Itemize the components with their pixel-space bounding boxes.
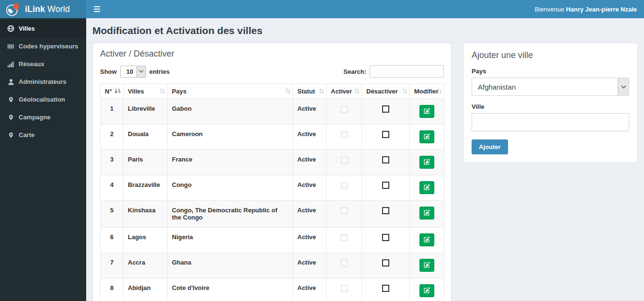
search-label: Search: — [343, 68, 366, 75]
cell-num: 8 — [101, 278, 124, 301]
cell-ville: Douala — [124, 125, 168, 150]
desactiver-checkbox[interactable] — [382, 285, 389, 292]
cell-num: 1 — [101, 99, 124, 125]
sidebar-item-villes[interactable]: Villes — [0, 20, 86, 37]
sidebar-item-carte[interactable]: Carte — [0, 126, 86, 144]
map-marker-icon — [7, 131, 14, 139]
cell-statut: Active — [293, 201, 327, 228]
sidebar-item-reseaux[interactable]: Réseaux — [0, 55, 86, 73]
brand-title: iLink World — [25, 4, 70, 14]
cell-num: 4 — [101, 175, 124, 201]
activer-checkbox[interactable] — [341, 106, 348, 113]
edit-row-button[interactable] — [419, 156, 434, 169]
cell-num: 6 — [101, 228, 124, 253]
ville-input[interactable] — [472, 113, 629, 131]
sort-icon — [437, 88, 442, 94]
activer-checkbox[interactable] — [341, 208, 348, 214]
edit-icon — [424, 209, 430, 217]
pays-select[interactable]: Afghanistan — [472, 78, 629, 96]
edit-row-button[interactable] — [419, 233, 434, 246]
cell-pays: Gabon — [168, 99, 293, 125]
table-row: 3ParisFranceActive — [101, 150, 444, 175]
edit-icon — [424, 287, 430, 295]
map-marker-icon — [7, 96, 14, 103]
edit-row-button[interactable] — [419, 181, 434, 194]
edit-icon — [424, 133, 430, 141]
cell-pays: Congo — [168, 175, 293, 201]
page-title: Modification et Activation des villes — [92, 25, 637, 36]
column-header-desactiver[interactable]: Désactiver — [362, 84, 410, 99]
sort-icon — [402, 88, 407, 94]
sidebar-item-administrateurs[interactable]: Administrateurs — [0, 73, 86, 91]
edit-icon — [424, 262, 430, 269]
cell-num: 3 — [101, 150, 124, 175]
sidebar-item-geolocalisation[interactable]: Géolocalisation — [0, 91, 86, 108]
search-control: Search: — [343, 65, 444, 78]
cell-statut: Active — [293, 228, 327, 253]
sort-icon — [285, 88, 291, 94]
desactiver-checkbox[interactable] — [382, 131, 389, 138]
cell-statut: Active — [293, 99, 327, 125]
cell-ville: Accra — [124, 253, 168, 278]
sidebar-toggle-button[interactable] — [86, 0, 108, 18]
search-input[interactable] — [370, 65, 444, 78]
activer-checkbox[interactable] — [341, 131, 348, 138]
column-header-num[interactable]: N° — [101, 84, 124, 99]
cell-num: 2 — [101, 125, 124, 150]
edit-row-button[interactable] — [419, 284, 434, 297]
desactiver-checkbox[interactable] — [382, 156, 389, 163]
desactiver-checkbox[interactable] — [382, 259, 389, 266]
cell-pays: Cote d'Ivoire — [168, 278, 293, 301]
add-panel-title: Ajouter une ville — [472, 50, 629, 60]
column-header-modifier[interactable]: Modifier — [410, 84, 444, 99]
ajouter-button[interactable]: Ajouter — [472, 139, 508, 154]
edit-row-button[interactable] — [419, 207, 434, 220]
cell-num: 5 — [101, 201, 124, 228]
cell-ville: Paris — [124, 150, 168, 175]
desactiver-checkbox[interactable] — [382, 207, 389, 214]
edit-row-button[interactable] — [419, 130, 434, 143]
villes-table: N°VillesPaysStatutActiverDésactiverModif… — [100, 83, 444, 301]
cell-statut: Active — [293, 278, 327, 301]
table-row: 1LibrevilleGabonActive — [101, 99, 444, 125]
sort-icon — [354, 88, 360, 94]
brand[interactable]: iLink World — [0, 0, 86, 18]
column-header-villes[interactable]: Villes — [124, 84, 168, 99]
ville-label: Ville — [472, 103, 629, 110]
table-row: 4BrazzavilleCongoActive — [101, 175, 444, 201]
cell-statut: Active — [293, 150, 327, 175]
activer-desactiver-panel: Activer / Désactiver Show 10 entries Sea… — [92, 43, 452, 301]
page-length-select[interactable]: 10 — [120, 66, 146, 78]
edit-icon — [424, 236, 430, 244]
activer-checkbox[interactable] — [341, 157, 348, 163]
column-header-statut[interactable]: Statut — [293, 84, 327, 99]
sidebar-item-codes-hyperviseurs[interactable]: Codes hyperviseurs — [0, 37, 86, 55]
column-header-pays[interactable]: Pays — [168, 84, 293, 99]
desactiver-checkbox[interactable] — [382, 105, 389, 113]
cell-statut: Active — [293, 125, 327, 150]
sidebar-item-campagne[interactable]: Campagne — [0, 108, 86, 126]
cell-ville: Brazzaville — [124, 175, 168, 201]
column-header-activer[interactable]: Activer — [327, 84, 362, 99]
table-row: 5KinshasaCongo, The Democratic Republic … — [101, 201, 444, 228]
edit-row-button[interactable] — [419, 105, 434, 118]
cell-pays: Cameroon — [168, 125, 293, 150]
edit-row-button[interactable] — [419, 259, 434, 272]
activer-checkbox[interactable] — [341, 285, 348, 292]
sidebar: VillesCodes hyperviseursRéseauxAdministr… — [0, 18, 86, 301]
table-row: 2DoualaCameroonActive — [101, 125, 444, 150]
cell-statut: Active — [293, 175, 327, 201]
welcome-message: Bienvenue Hanry Jean-pierre Nzale — [535, 6, 644, 13]
activer-checkbox[interactable] — [341, 182, 348, 189]
cell-pays: Congo, The Democratic Republic of the Co… — [168, 201, 293, 228]
desactiver-checkbox[interactable] — [382, 182, 389, 189]
activer-checkbox[interactable] — [341, 234, 348, 241]
edit-icon — [424, 184, 430, 192]
edit-icon — [424, 108, 430, 116]
barcode-icon — [7, 43, 14, 50]
sort-icon — [160, 88, 165, 94]
activer-checkbox[interactable] — [341, 260, 348, 266]
desactiver-checkbox[interactable] — [382, 234, 389, 241]
table-row: 6LagosNigeriaActive — [101, 228, 444, 253]
table-row: 7AccraGhanaActive — [101, 253, 444, 278]
